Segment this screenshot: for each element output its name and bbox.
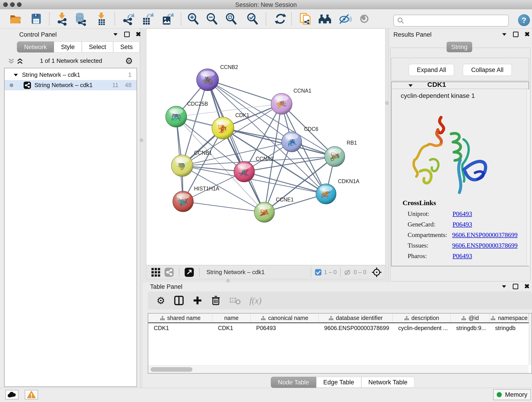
column-header-shared-name[interactable]: shared name bbox=[148, 313, 212, 322]
network-view-icon[interactable] bbox=[164, 268, 174, 277]
tree-expand-icon[interactable] bbox=[13, 73, 18, 77]
refresh-layout-button[interactable] bbox=[273, 11, 288, 26]
import-network-from-database-button[interactable] bbox=[73, 11, 88, 26]
node-CDC6[interactable] bbox=[282, 132, 302, 152]
export-image-button[interactable] bbox=[160, 11, 175, 26]
open-session-button[interactable] bbox=[8, 11, 23, 26]
node-CCNE1[interactable] bbox=[254, 202, 274, 222]
delete-table-icon[interactable] bbox=[229, 296, 241, 305]
column-header-@id[interactable]: @id bbox=[451, 313, 490, 322]
show-columns-icon[interactable] bbox=[174, 295, 184, 306]
left-splitter-handle[interactable] bbox=[140, 138, 143, 142]
column-header-name[interactable]: name bbox=[212, 313, 251, 322]
expand-all-button[interactable]: Expand All bbox=[409, 64, 454, 76]
cloud-status-button[interactable] bbox=[5, 390, 19, 400]
crosslink-value-link[interactable]: P06493 bbox=[452, 221, 472, 228]
selected-checkbox-icon[interactable] bbox=[315, 269, 322, 276]
zoom-out-button[interactable] bbox=[204, 11, 220, 26]
crosslink-value-link[interactable]: 9606.ENSP00000378699 bbox=[452, 242, 518, 249]
table-row[interactable]: CDK1CDK1P064939606.ENSP00000378699cyclin… bbox=[148, 323, 532, 333]
node-CCNB2[interactable] bbox=[196, 69, 219, 91]
column-header-namespace[interactable]: namespace bbox=[490, 313, 529, 322]
column-header-canonical-name[interactable]: canonical name bbox=[251, 313, 319, 322]
tab-sets[interactable]: Sets bbox=[113, 41, 140, 52]
panel-menu-icon[interactable] bbox=[113, 32, 118, 37]
node-RB1[interactable] bbox=[325, 147, 345, 167]
tab-network[interactable]: Network bbox=[17, 41, 54, 52]
edge-CCNB2-CCNE1[interactable] bbox=[208, 80, 264, 212]
node-CDK1[interactable] bbox=[212, 117, 234, 139]
network-collection-row[interactable]: String Network – cdk1 1 bbox=[5, 70, 137, 80]
panel-menu-icon[interactable] bbox=[501, 32, 507, 37]
duplicate-network-button[interactable] bbox=[298, 11, 313, 26]
float-panel-icon[interactable] bbox=[513, 32, 519, 37]
detach-view-icon[interactable] bbox=[184, 268, 194, 277]
zoom-fit-button[interactable] bbox=[224, 11, 239, 26]
tab-edge-table[interactable]: Edge Table bbox=[316, 377, 361, 388]
crosslink-value-link[interactable]: P06493 bbox=[452, 252, 472, 260]
column-label: namespace bbox=[498, 315, 527, 321]
column-header-description[interactable]: description bbox=[393, 313, 451, 322]
help-button[interactable]: ? bbox=[518, 14, 530, 26]
node-CCNA1[interactable] bbox=[271, 93, 292, 114]
import-table-button[interactable] bbox=[94, 11, 109, 26]
hidden-eye-slash-icon bbox=[344, 269, 352, 276]
network-canvas[interactable]: CCNB2CCNA1CDC25BCDK1CDC6RB1CCNB1CCNA2CDK… bbox=[146, 29, 385, 265]
tab-string[interactable]: String bbox=[447, 42, 472, 52]
collapse-all-button[interactable]: Collapse All bbox=[463, 64, 512, 76]
node-CDC25B[interactable] bbox=[166, 106, 187, 127]
import-network-button[interactable] bbox=[54, 11, 70, 26]
edge-count: 48 bbox=[125, 82, 132, 89]
close-panel-icon[interactable]: ✖ bbox=[136, 32, 141, 37]
function-builder-icon[interactable]: f(x) bbox=[249, 295, 262, 306]
table-vertical-scrollbar[interactable] bbox=[529, 313, 532, 365]
float-panel-icon[interactable] bbox=[124, 32, 130, 37]
node-CCNB1[interactable] bbox=[171, 155, 193, 177]
node-CDKN1A[interactable] bbox=[316, 184, 336, 204]
tab-select[interactable]: Select bbox=[82, 41, 113, 52]
collapse-all-icon[interactable] bbox=[8, 58, 15, 64]
edge-HIST1H1A-CCNE1[interactable] bbox=[183, 201, 264, 212]
node-CCNA2[interactable] bbox=[234, 161, 254, 182]
add-column-icon[interactable] bbox=[193, 296, 202, 305]
close-panel-icon[interactable]: ✖ bbox=[524, 284, 530, 289]
scrollbar-thumb[interactable] bbox=[151, 367, 192, 372]
gene-name: CDK1 bbox=[427, 81, 446, 89]
show-all-button[interactable] bbox=[357, 11, 372, 26]
birds-eye-crosshair-icon[interactable] bbox=[371, 267, 382, 278]
hide-selected-button[interactable] bbox=[337, 11, 353, 26]
panel-menu-icon[interactable] bbox=[501, 284, 507, 289]
home-button[interactable] bbox=[317, 11, 333, 26]
tab-node-table[interactable]: Node Table bbox=[271, 377, 316, 388]
node-HIST1H1A[interactable] bbox=[173, 191, 193, 212]
table-settings-gear-icon[interactable]: ⚙ bbox=[157, 295, 165, 306]
gene-card-header[interactable]: CDK1 bbox=[392, 82, 529, 89]
network-options-gear-icon[interactable]: ⚙ bbox=[125, 56, 133, 66]
warnings-button[interactable] bbox=[25, 390, 38, 400]
zoom-selected-button[interactable] bbox=[245, 11, 260, 26]
edge-CCNB2-CCNA1[interactable] bbox=[208, 80, 282, 104]
tab-network-table[interactable]: Network Table bbox=[361, 377, 415, 388]
crosslink-value-link[interactable]: 9606.ENSP00000378699 bbox=[452, 231, 518, 239]
zoom-in-button[interactable] bbox=[186, 11, 201, 26]
column-header-database-identifier[interactable]: database identifier bbox=[319, 313, 393, 322]
grid-view-icon[interactable] bbox=[151, 268, 161, 277]
save-session-button[interactable] bbox=[29, 11, 44, 26]
delete-column-icon[interactable] bbox=[211, 295, 221, 306]
crosslink-value-link[interactable]: P06493 bbox=[452, 210, 472, 217]
export-network-button[interactable] bbox=[120, 11, 135, 26]
results-vertical-scrollbar[interactable] bbox=[527, 89, 530, 266]
bottom-splitter-handle[interactable] bbox=[226, 279, 230, 283]
right-splitter-handle[interactable] bbox=[385, 101, 389, 105]
expand-all-icon[interactable] bbox=[17, 58, 23, 64]
float-panel-icon[interactable] bbox=[513, 284, 518, 289]
export-table-button[interactable] bbox=[139, 11, 155, 26]
toolbar-separator bbox=[266, 12, 266, 25]
tab-style[interactable]: Style bbox=[54, 41, 82, 52]
close-panel-icon[interactable]: ✖ bbox=[525, 32, 530, 37]
search-input[interactable] bbox=[404, 17, 503, 24]
memory-button[interactable]: Memory bbox=[493, 389, 531, 400]
collapse-entry-icon[interactable] bbox=[408, 83, 413, 88]
network-row[interactable]: String Network – cdk1 11 48 bbox=[5, 80, 137, 90]
column-tree-icon bbox=[329, 316, 334, 320]
